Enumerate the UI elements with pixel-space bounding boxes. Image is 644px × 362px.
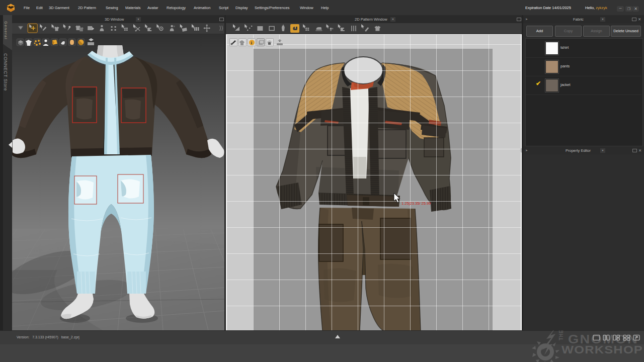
svg-text:1.25|23.35/ 25.99: 1.25|23.35/ 25.99	[401, 201, 431, 206]
svg-text:THE: THE	[558, 330, 564, 341]
svg-text:WORKSHOP: WORKSHOP	[561, 343, 643, 356]
